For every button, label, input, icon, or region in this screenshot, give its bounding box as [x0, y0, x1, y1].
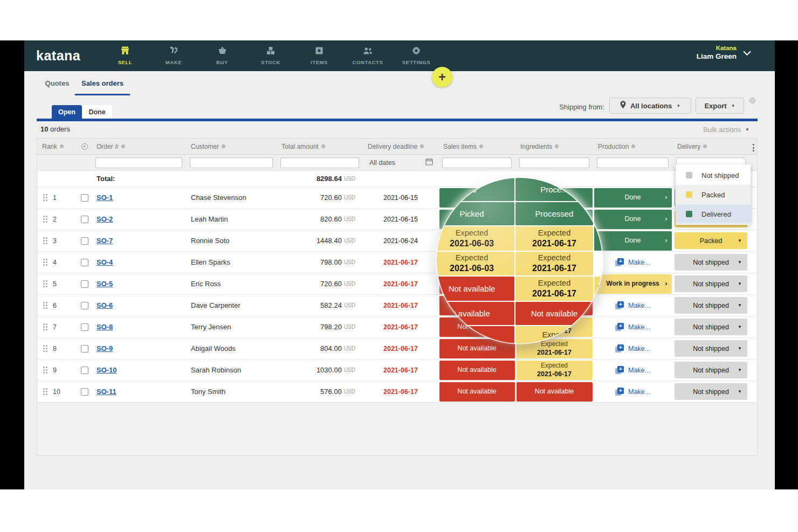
- delivery-select[interactable]: Not shipped▼: [675, 362, 747, 378]
- create-new-button[interactable]: +: [432, 67, 452, 87]
- customer-filter-input[interactable]: [190, 157, 273, 168]
- caret-down-icon: ▼: [738, 368, 742, 372]
- magnified-date: 2021-06-03: [450, 263, 494, 274]
- row-checkbox[interactable]: [81, 280, 88, 288]
- order-link[interactable]: SO-2: [97, 215, 113, 223]
- order-link[interactable]: SO-11: [97, 388, 116, 396]
- row-checkbox[interactable]: [81, 259, 88, 266]
- production-done-button[interactable]: Done›: [594, 210, 672, 229]
- column-header-ingredients[interactable]: Ingredients: [515, 139, 593, 154]
- make-button[interactable]: Make...: [593, 344, 672, 353]
- table-row: 3SO-7Ronnie Soto1448.40USD2021-06-24Expe…: [37, 230, 757, 252]
- row-checkbox[interactable]: [81, 216, 88, 223]
- sales-filter-input[interactable]: [442, 157, 512, 168]
- nav-item-buy[interactable]: BUY: [207, 46, 238, 65]
- drag-handle[interactable]: [43, 302, 47, 309]
- column-header-customer[interactable]: Customer: [186, 139, 277, 154]
- table-settings-icon[interactable]: [749, 98, 755, 103]
- column-header-total[interactable]: Total amount: [277, 139, 363, 154]
- drag-handle[interactable]: [43, 367, 47, 374]
- column-header-rank[interactable]: Rank: [37, 139, 77, 154]
- drag-handle[interactable]: [43, 194, 47, 201]
- delivery-select[interactable]: Not shipped▼: [675, 254, 747, 271]
- checkbox-cell: [77, 230, 92, 251]
- make-button[interactable]: Make...: [593, 323, 672, 331]
- row-checkbox[interactable]: [81, 194, 88, 202]
- column-header-label: Total amount: [281, 143, 319, 150]
- production-wip-button[interactable]: Work in progress›: [594, 274, 672, 294]
- tab-sales-orders[interactable]: Sales orders: [78, 71, 127, 95]
- order-link[interactable]: SO-1: [97, 194, 113, 202]
- katana-logo[interactable]: katana: [36, 48, 100, 64]
- order-link[interactable]: SO-9: [97, 344, 113, 353]
- order-link[interactable]: SO-10: [97, 366, 117, 374]
- view-tab-done[interactable]: Done: [82, 105, 112, 119]
- drag-handle[interactable]: [43, 237, 47, 244]
- drag-handle[interactable]: [43, 388, 47, 395]
- row-checkbox[interactable]: [81, 367, 88, 374]
- row-checkbox[interactable]: [81, 302, 88, 309]
- drag-handle[interactable]: [43, 280, 47, 287]
- column-menu-icon[interactable]: [749, 139, 757, 154]
- row-checkbox[interactable]: [81, 345, 88, 353]
- make-button[interactable]: Make...: [593, 366, 672, 374]
- nav-item-items[interactable]: ITEMS: [304, 46, 335, 65]
- amount: 804.00: [320, 344, 342, 353]
- delivery-select[interactable]: Not shipped▼: [675, 319, 747, 335]
- production-cell: Done›: [593, 230, 672, 251]
- production-done-button[interactable]: Done›: [594, 231, 672, 251]
- drag-handle[interactable]: [43, 216, 47, 223]
- total-amount: 8298.64: [317, 175, 342, 183]
- ingredients-filter-input[interactable]: [519, 157, 589, 168]
- total-filter-input[interactable]: [280, 157, 359, 168]
- delivery-option[interactable]: Packed: [676, 185, 751, 204]
- all-dates-label: All dates: [369, 159, 395, 167]
- deadline-filter[interactable]: All dates: [363, 155, 438, 170]
- production-done-button[interactable]: Done›: [594, 188, 672, 208]
- row-checkbox[interactable]: [81, 388, 88, 396]
- column-header-delivery[interactable]: Delivery: [672, 139, 749, 154]
- drag-handle[interactable]: [43, 345, 47, 352]
- column-header-production[interactable]: Production: [593, 139, 672, 154]
- delivery-select[interactable]: Not shipped▼: [675, 383, 747, 400]
- delivery-select[interactable]: Packed▼: [675, 232, 747, 249]
- order-filter-input[interactable]: [95, 157, 182, 168]
- nav-item-make[interactable]: MAKE: [158, 46, 189, 65]
- account-menu[interactable]: Katana Liam Green: [697, 45, 751, 60]
- column-header-order[interactable]: Order #: [92, 139, 186, 154]
- column-header-deadline[interactable]: Delivery deadline: [363, 139, 438, 154]
- tab-quotes[interactable]: Quotes: [39, 71, 75, 95]
- delivery-select[interactable]: Not shipped▼: [675, 275, 747, 292]
- make-button[interactable]: Make...: [593, 258, 672, 266]
- drag-handle[interactable]: [43, 259, 47, 266]
- view-tab-open[interactable]: Open: [52, 105, 82, 119]
- make-button[interactable]: Make...: [593, 388, 672, 396]
- row-checkbox[interactable]: [81, 237, 88, 245]
- chip-label: Expected: [541, 340, 568, 349]
- delivery-cell: Not shipped▼: [672, 252, 749, 273]
- delivery-option[interactable]: Not shipped: [676, 165, 751, 185]
- row-checkbox[interactable]: [81, 323, 88, 331]
- order-link[interactable]: SO-7: [97, 237, 113, 245]
- checkbox-cell: [77, 273, 92, 294]
- caret-down-icon: ▼: [738, 303, 742, 308]
- delivery-select[interactable]: Not shipped▼: [675, 297, 747, 314]
- production-cell: Work in progress›: [593, 273, 672, 294]
- nav-item-sell[interactable]: SELL: [109, 46, 141, 65]
- order-link[interactable]: SO-4: [97, 258, 113, 266]
- delivery-option[interactable]: Delivered: [676, 204, 751, 224]
- drag-handle[interactable]: [43, 323, 47, 330]
- make-button[interactable]: Make...: [593, 301, 672, 309]
- order-link[interactable]: SO-6: [97, 301, 113, 309]
- delivery-select[interactable]: Not shipped▼: [675, 340, 747, 357]
- nav-item-settings[interactable]: SETTINGS: [401, 46, 432, 65]
- production-filter-input[interactable]: [597, 157, 669, 168]
- export-button[interactable]: Export ▼: [696, 98, 744, 114]
- nav-item-stock[interactable]: STOCK: [255, 46, 286, 65]
- column-header-sales[interactable]: Sales items: [438, 139, 515, 154]
- order-link[interactable]: SO-8: [97, 323, 113, 331]
- location-filter-button[interactable]: All locations ▼: [609, 98, 691, 114]
- nav-item-contacts[interactable]: CONTACTS: [352, 47, 383, 65]
- bulk-actions-button[interactable]: Bulk actions ▼: [703, 126, 749, 134]
- order-link[interactable]: SO-5: [97, 280, 113, 288]
